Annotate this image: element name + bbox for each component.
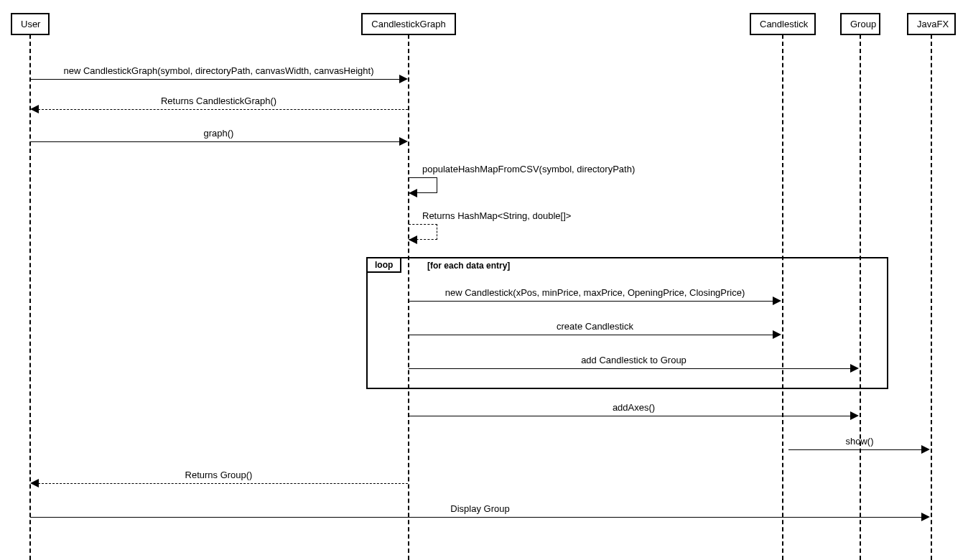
message-add-candlestick-to-group: add Candlestick to Group [409, 355, 859, 365]
arrow [409, 368, 852, 369]
arrowhead-icon [399, 137, 408, 146]
participant-group: Group [840, 13, 880, 35]
arrowhead-icon [921, 513, 930, 521]
message-return-group: Returns Group() [30, 470, 407, 480]
arrowhead-icon [773, 297, 781, 305]
arrow [38, 109, 408, 110]
message-display-group: Display Group [30, 503, 930, 514]
message-new-candlestick: new Candlestick(xPos, minPrice, maxPrice… [409, 287, 781, 298]
message-create-candlestick: create Candlestick [409, 321, 781, 332]
arrowhead-icon [850, 364, 859, 373]
message-new-candlestickgraph: new CandlestickGraph(symbol, directoryPa… [30, 65, 407, 76]
participant-javafx: JavaFX [907, 13, 956, 35]
loop-condition: [for each data entry] [427, 261, 510, 271]
arrowhead-icon [773, 330, 781, 339]
arrow [38, 483, 408, 484]
arrow [409, 416, 852, 416]
participant-label: Group [850, 19, 876, 29]
message-return-candlestickgraph: Returns CandlestickGraph() [30, 95, 407, 106]
arrow [30, 79, 401, 80]
loop-tag-label: loop [375, 260, 393, 270]
arrowhead-icon [409, 189, 417, 197]
loop-tag: loop [368, 258, 401, 273]
participant-label: JavaFX [917, 19, 949, 29]
arrow [409, 301, 774, 302]
participant-label: Candlestick [760, 19, 808, 29]
participant-candlestickgraph: CandlestickGraph [361, 13, 456, 35]
message-add-axes: addAxes() [409, 402, 859, 413]
arrowhead-icon [399, 75, 408, 83]
participant-candlestick: Candlestick [750, 13, 816, 35]
participant-user: User [11, 13, 50, 35]
arrowhead-icon [409, 235, 417, 244]
arrowhead-icon [850, 411, 859, 420]
participant-label: User [21, 19, 40, 29]
arrow [788, 449, 923, 450]
message-populate-hashmap: populateHashMapFromCSV(symbol, directory… [422, 164, 635, 174]
arrowhead-icon [30, 105, 39, 113]
arrow [30, 517, 923, 518]
lifeline-javafx [931, 34, 932, 560]
arrowhead-icon [921, 445, 930, 454]
message-graph: graph() [30, 128, 407, 139]
arrowhead-icon [30, 479, 39, 487]
arrow [409, 335, 774, 335]
message-show: show() [788, 436, 931, 447]
message-return-hashmap: Returns HashMap<String, double[]> [422, 210, 571, 221]
participant-label: CandlestickGraph [371, 19, 445, 29]
arrow [30, 141, 401, 142]
sequence-diagram: User CandlestickGraph Candlestick Group … [0, 0, 968, 560]
